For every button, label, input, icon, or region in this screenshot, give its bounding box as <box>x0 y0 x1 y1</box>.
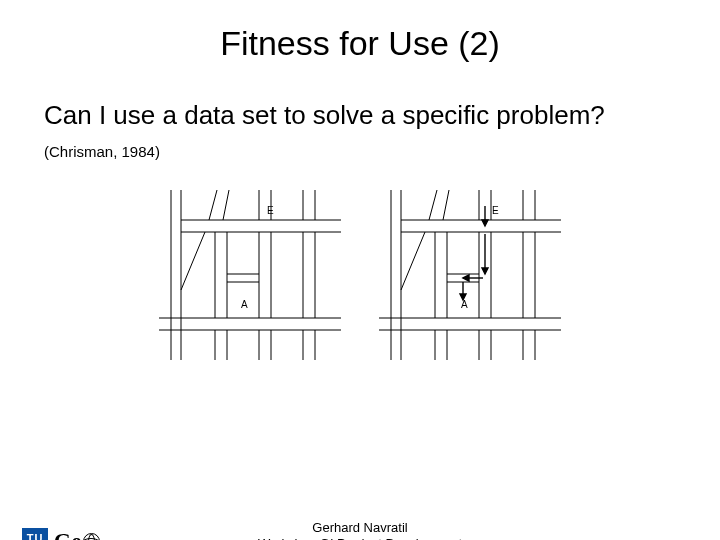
citation-text: (Chrisman, 1984) <box>44 143 160 160</box>
question-text: Can I use a data set to solve a specific… <box>44 100 605 130</box>
svg-line-51 <box>401 232 425 290</box>
map-right: E A <box>379 190 561 360</box>
svg-line-34 <box>443 190 449 220</box>
tu-top: TU <box>27 533 44 541</box>
svg-marker-55 <box>482 220 488 226</box>
slide-title: Fitness for Use (2) <box>0 24 720 63</box>
logo-block: TU WIEN Geinfo <box>22 528 118 540</box>
geoinfo-logo: Geinfo <box>54 528 118 540</box>
map-left: E A <box>159 190 341 360</box>
map-figures: E A <box>0 190 720 360</box>
label-E-right: E <box>492 205 499 216</box>
svg-marker-59 <box>463 275 469 281</box>
svg-line-7 <box>223 190 229 220</box>
tu-wien-logo-icon: TU WIEN <box>22 528 48 540</box>
svg-line-24 <box>181 232 205 290</box>
svg-marker-57 <box>482 268 488 274</box>
svg-line-33 <box>429 190 437 220</box>
geo-prefix: Ge <box>54 528 82 540</box>
slide-body: Can I use a data set to solve a specific… <box>44 99 676 164</box>
svg-line-6 <box>209 190 217 220</box>
globe-icon <box>83 533 100 540</box>
slide-container: Fitness for Use (2) Can I use a data set… <box>0 24 720 540</box>
label-E-left: E <box>267 205 274 216</box>
label-A-left: A <box>241 299 248 310</box>
label-A-right: A <box>461 299 468 310</box>
